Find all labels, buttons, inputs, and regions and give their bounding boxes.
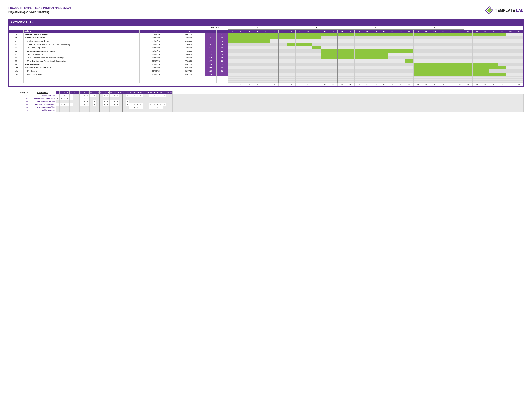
week-num-31: 31 [481,30,489,33]
mp-data-cell: 2 [66,103,70,106]
gantt-bar-cell [456,59,464,63]
mp-data-cell: 8 [149,103,152,106]
activity-start: 23/06/20 [139,69,172,73]
gantt-bar-cell [355,53,363,56]
gantt-bar-cell [489,69,498,73]
mp-data-cell: 8 [129,103,133,106]
gantt-bar-cell [439,73,447,76]
mp-data-cell: 2 [63,103,66,106]
activity-name: C++ Coding [24,69,139,73]
gantt-bar-cell [329,66,338,69]
week-num-33: 33 [498,30,506,33]
gantt-bar-cell [388,69,397,73]
gantt-bar-cell [329,56,338,59]
gantt-bar-cell [287,69,296,73]
gantt-bar-cell [262,46,270,50]
mp-role: Procurement Officer [29,106,56,109]
activity-name: BOM definition and Requisition list gene… [24,59,139,63]
gantt-bar-cell [506,50,515,53]
mp-data-cell [172,100,524,103]
mp-data-cell [163,109,166,112]
mp-data-cell [103,109,106,112]
mp-header-row: Total (hrs) MANPOWER 1 2 3 4 5 6 7 8 9 1… [8,91,524,94]
gantt-bar-cell [464,66,473,69]
gantt-bar-cell [287,33,296,36]
mp-row: 64Mechanical Constructor88888888 [8,97,524,100]
manager-name: Owen Armstrong [29,11,50,13]
gantt-bar-cell [371,53,380,56]
gantt-bar-cell [270,53,279,56]
gantt-bar-cell [498,36,506,39]
gantt-bar-cell [397,69,405,73]
gantt-bar-cell [473,63,481,66]
gantt-bar-cell [312,50,321,53]
gantt-bar-cell [279,73,287,76]
gantt-bar-cell [456,63,464,66]
gantt-bar-cell [253,36,262,39]
gantt-bar-cell [498,73,506,76]
gantt-bar-cell [447,36,456,39]
mp-data-cell [143,106,146,109]
activity-start: 23/06/20 [139,66,172,69]
gantt-bar-cell [321,69,329,73]
activity-id: 100 [9,66,24,69]
week-num-30: 30 [473,30,481,33]
mp-data-cell [119,97,123,100]
activity-id: 63 [9,59,24,63]
mp-data-cell [123,100,126,103]
gantt-bar-cell [321,73,329,76]
gantt-bar-cell [439,39,447,43]
gantt-bar-cell [506,63,515,66]
gantt-bar-cell [329,73,338,76]
gantt-bar-cell [253,53,262,56]
week-num-10: 10 [304,30,312,33]
mp-data-cell [56,100,59,103]
mp-data-cell [116,106,119,109]
gantt-bar-cell [447,59,456,63]
activity-week-start: 1 [205,39,216,43]
activity-start: 08/06/20 [139,43,172,46]
gantt-bar-cell [287,73,296,76]
mp-data-cell [73,97,76,100]
activity-week-end: 11 [216,46,228,50]
gantt-bar-cell [329,36,338,39]
gantt-bar-cell [506,33,515,36]
week-num-19: 19 [380,30,388,33]
mp-data-cell [63,106,66,109]
mp-data-cell: 1 [152,106,156,109]
gantt-bar-cell [279,66,287,69]
gantt-bar-cell [397,46,405,50]
mp-data-cell [169,106,172,109]
gantt-bar-cell [464,69,473,73]
activity-id: 61 [9,53,24,56]
table-row: 60PRODUCTION DOCUMENTATION12/06/2022/06/… [9,50,523,53]
gantt-bar-cell [262,56,270,59]
gantt-bar-cell [439,59,447,63]
mp-data-cell [89,100,93,103]
col-header-start: Start [139,30,172,33]
gantt-bar-cell [515,46,523,50]
gantt-bar-cell [405,39,413,43]
gantt-bar-cell [380,69,388,73]
activity-week-end: 5 [216,39,228,43]
gantt-bar-cell [296,59,304,63]
gantt-bar-cell [346,73,355,76]
gantt-bar-cell [380,59,388,63]
activity-id: 40 [9,36,24,39]
gantt-bar-cell [355,66,363,69]
gantt-bar-cell [380,50,388,53]
gantt-bar-cell [228,66,236,69]
mp-data-cell: 1 [89,94,93,97]
mp-data-cell: 8 [79,100,83,103]
gantt-bar-cell [346,36,355,39]
mp-data-cell: 2 [136,94,139,97]
gantt-bar-cell [363,56,371,59]
gantt-bar-cell [371,33,380,36]
mp-data-cell: 2 [83,103,86,106]
gantt-bar-cell [355,50,363,53]
gantt-bar-cell [456,36,464,39]
gantt-bar-cell [397,33,405,36]
gantt-bar-cell [515,36,523,39]
gantt-bar-cell [506,66,515,69]
mp-data-cell: 1 [56,94,59,97]
